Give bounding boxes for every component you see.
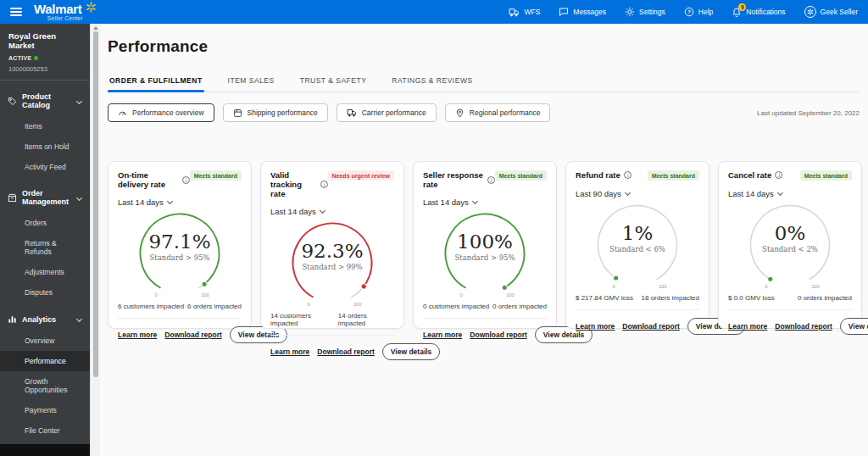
tab-trust-safety[interactable]: TRUST & SAFETY bbox=[298, 71, 369, 92]
status-badge: Meets standard bbox=[648, 170, 699, 181]
store-info: Royal Green Market ACTIVE 10000005253 bbox=[0, 24, 90, 81]
hamburger-menu-icon[interactable] bbox=[10, 8, 22, 16]
period-dropdown[interactable]: Last 14 days bbox=[118, 197, 242, 207]
card-title: On-time delivery rate bbox=[118, 170, 179, 189]
download-report-link[interactable]: Download report bbox=[317, 348, 375, 356]
svg-text:100: 100 bbox=[506, 292, 514, 298]
store-status: ACTIVE bbox=[8, 55, 31, 61]
gauge-chart: 0100 bbox=[585, 199, 690, 292]
notification-badge: 9 bbox=[738, 3, 746, 11]
download-report-link[interactable]: Download report bbox=[775, 322, 832, 331]
view-details-button[interactable]: View details bbox=[382, 343, 441, 360]
sidebar-item-adjustments[interactable]: Adjustments bbox=[0, 262, 90, 282]
sidebar-item-performance[interactable]: Performance bbox=[0, 351, 90, 371]
period-dropdown[interactable]: Last 90 days bbox=[576, 189, 699, 198]
learn-more-link[interactable]: Learn more bbox=[576, 322, 615, 331]
sidebar-item-product-catalog[interactable]: Product Catalog bbox=[0, 86, 90, 116]
topnav-messages[interactable]: Messages bbox=[559, 7, 606, 17]
info-icon[interactable]: i bbox=[624, 171, 632, 179]
card-title: Cancel rate bbox=[728, 170, 771, 180]
period-dropdown[interactable]: Last 14 days bbox=[270, 207, 394, 216]
sidebar-scrollbar[interactable] bbox=[90, 24, 100, 456]
sidebar-item-items-on-hold[interactable]: Items on Hold bbox=[0, 136, 90, 157]
sidebar-item-orders[interactable]: Orders bbox=[0, 213, 90, 233]
help-icon: ? bbox=[684, 7, 694, 17]
scrollbar-up-arrow-icon[interactable] bbox=[93, 26, 98, 30]
section-order-management: Order Management Orders Returns & Refund… bbox=[0, 182, 90, 303]
gauge-chart: 0100 bbox=[280, 217, 385, 310]
sidebar-bottom-strip bbox=[0, 444, 90, 456]
top-bar: Walmart Seller Center WFS bbox=[0, 0, 868, 24]
topnav-notifications[interactable]: 9 Notifications bbox=[732, 7, 785, 18]
truck-icon bbox=[509, 7, 520, 18]
chart-icon bbox=[8, 314, 17, 324]
view-details-button[interactable]: View details bbox=[840, 318, 868, 335]
regional-performance-button[interactable]: Regional performance bbox=[445, 103, 551, 122]
tab-item-sales[interactable]: ITEM SALES bbox=[226, 71, 276, 92]
learn-more-link[interactable]: Learn more bbox=[118, 331, 157, 339]
chevron-down-icon bbox=[777, 189, 783, 195]
performance-overview-button[interactable]: Performance overview bbox=[108, 103, 214, 122]
info-icon[interactable]: i bbox=[182, 176, 190, 184]
card-title: Refund rate bbox=[576, 170, 620, 180]
section-analytics: Analytics Overview Performance Growth Op… bbox=[0, 308, 90, 441]
chat-icon bbox=[559, 7, 569, 17]
tab-order-fulfillment[interactable]: ORDER & FULFILLMENT bbox=[108, 71, 204, 92]
filter-row: Performance overview Shipping performanc… bbox=[108, 103, 860, 122]
gauge-chart: 0100 bbox=[127, 208, 232, 301]
period-dropdown[interactable]: Last 14 days bbox=[728, 189, 852, 198]
sidebar-item-growth-opportunities[interactable]: Growth Opportunities bbox=[0, 371, 90, 400]
status-badge: Needs urgent review bbox=[328, 170, 394, 181]
sidebar-item-analytics[interactable]: Analytics bbox=[0, 308, 90, 331]
left-stat: 14 customers impacted bbox=[270, 312, 338, 327]
sidebar-item-order-management[interactable]: Order Management bbox=[0, 182, 90, 213]
location-pin-icon bbox=[455, 108, 465, 118]
sidebar-item-returns-refunds[interactable]: Returns & Refunds bbox=[0, 233, 90, 262]
main-content: Performance ORDER & FULFILLMENT ITEM SAL… bbox=[100, 24, 868, 456]
chevron-down-icon bbox=[76, 194, 82, 200]
sidebar-item-overview[interactable]: Overview bbox=[0, 331, 90, 351]
card-title: Valid tracking rate bbox=[270, 170, 317, 198]
sidebar-item-payments[interactable]: Payments bbox=[0, 400, 90, 420]
page-title: Performance bbox=[108, 37, 860, 56]
status-badge: Meets standard bbox=[800, 170, 852, 181]
sidebar-item-file-center[interactable]: File Center bbox=[0, 420, 90, 441]
right-stat: 0 orders impacted bbox=[798, 294, 852, 302]
info-icon[interactable]: i bbox=[487, 176, 495, 184]
scrollbar-thumb[interactable] bbox=[93, 31, 98, 377]
card-valid-tracking-rate: Valid tracking rate i Needs urgent revie… bbox=[260, 161, 404, 329]
learn-more-link[interactable]: Learn more bbox=[270, 348, 309, 356]
sidebar-item-items[interactable]: Items bbox=[0, 116, 90, 136]
topnav-help[interactable]: ? Help bbox=[684, 7, 713, 17]
learn-more-link[interactable]: Learn more bbox=[423, 331, 462, 339]
tag-icon bbox=[8, 97, 17, 106]
download-report-link[interactable]: Download report bbox=[164, 331, 222, 339]
sidebar-item-disputes[interactable]: Disputes bbox=[0, 282, 90, 303]
topnav-settings[interactable]: Settings bbox=[625, 7, 665, 17]
walmart-logo[interactable]: Walmart Seller Center bbox=[34, 2, 97, 22]
gear-icon bbox=[625, 7, 635, 17]
right-stat: 6 orders impacted bbox=[187, 303, 242, 310]
info-icon[interactable]: i bbox=[775, 171, 782, 179]
gauge-chart: 0100 bbox=[737, 199, 843, 292]
download-report-link[interactable]: Download report bbox=[470, 331, 527, 339]
info-icon[interactable]: i bbox=[320, 181, 328, 188]
topnav-wfs[interactable]: WFS bbox=[509, 7, 540, 18]
topnav-account[interactable]: Geek Seller bbox=[804, 6, 858, 18]
gauge-chart: 0100 bbox=[432, 208, 537, 301]
period-dropdown[interactable]: Last 14 days bbox=[423, 197, 547, 207]
shipping-performance-button[interactable]: Shipping performance bbox=[223, 103, 328, 122]
right-stat: 18 orders impacted bbox=[642, 294, 699, 302]
svg-text:0: 0 bbox=[308, 302, 310, 307]
carrier-performance-button[interactable]: Carrier performance bbox=[337, 103, 437, 122]
divider bbox=[576, 309, 699, 310]
chevron-down-icon bbox=[167, 197, 173, 203]
download-report-link[interactable]: Download report bbox=[622, 322, 680, 331]
tab-ratings-reviews[interactable]: RATINGS & REVIEWS bbox=[390, 71, 474, 92]
sidebar-item-activity-feed[interactable]: Activity Feed bbox=[0, 157, 90, 177]
card-refund-rate: Refund rate i Meets standard Last 90 day… bbox=[565, 161, 709, 329]
store-name: Royal Green Market bbox=[8, 31, 81, 50]
learn-more-link[interactable]: Learn more bbox=[728, 322, 767, 331]
status-badge: Meets standard bbox=[495, 170, 547, 181]
chevron-down-icon bbox=[76, 316, 82, 322]
